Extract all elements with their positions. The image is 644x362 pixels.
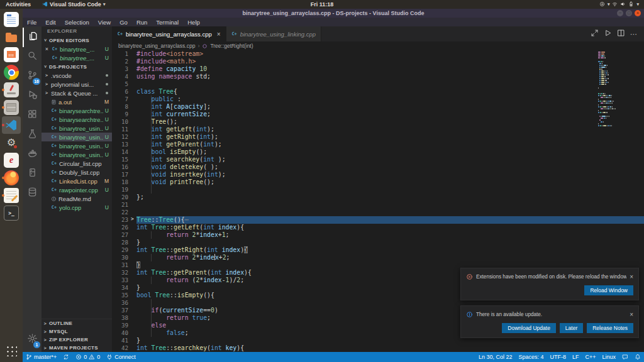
menu-run[interactable]: Run <box>132 19 152 26</box>
dock-item-vscode[interactable] <box>2 116 21 134</box>
code-line[interactable]: 14 bool isEmpty(); <box>112 148 644 156</box>
menu-file[interactable]: File <box>23 19 41 26</box>
menu-go[interactable]: Go <box>115 19 132 26</box>
code-line[interactable]: 8 int A[capacity]; <box>112 103 644 111</box>
file-item[interactable]: C+rawpointer.cppU <box>42 185 112 194</box>
download-update-button[interactable]: Download Update <box>502 323 556 333</box>
folder-item[interactable]: >polynomial usi... <box>42 80 112 89</box>
activity-manage[interactable]: 1 <box>23 330 42 349</box>
run-file-icon[interactable] <box>604 28 612 40</box>
close-icon[interactable]: × <box>630 311 633 318</box>
close-icon[interactable]: × <box>630 273 633 280</box>
code-line[interactable]: 7 public : <box>112 96 644 103</box>
code-line[interactable]: 29int Tree::getRight(int index){ <box>112 246 644 254</box>
more-actions-icon[interactable]: ⋯ <box>630 30 638 38</box>
dock-item-transmission[interactable] <box>2 81 21 99</box>
minimize-button[interactable]: − <box>617 10 623 16</box>
dock-item-firefox[interactable] <box>2 169 21 187</box>
breadcrumb[interactable]: binarytree_using_arrayclass.cpp › Tree::… <box>112 41 644 50</box>
menu-help[interactable]: Help <box>183 19 204 26</box>
open-editor-item[interactable]: ×C+binarytree_...U <box>42 45 112 53</box>
status-feedback[interactable] <box>619 352 631 362</box>
tab-binarytree_using_arrayclass.cpp[interactable]: C+binarytree_using_arrayclass.cpp× <box>112 26 226 41</box>
code-line[interactable]: 1#include<iostream> <box>112 50 644 58</box>
code-line[interactable]: 4using namespace std; <box>112 73 644 80</box>
software-update-icon[interactable] <box>599 1 605 8</box>
code-line[interactable]: 2#include<math.h> <box>112 58 644 65</box>
file-item[interactable]: C+yolo.cppU <box>42 203 112 212</box>
menu-view[interactable]: View <box>94 19 115 26</box>
split-editor-icon[interactable] <box>617 28 625 40</box>
code-line[interactable]: 26int Tree::getLeft(int index){ <box>112 224 644 231</box>
activity-explorer[interactable] <box>23 28 42 47</box>
code-line[interactable]: 12 int getRight(int); <box>112 133 644 141</box>
dock-item-show-applications[interactable] <box>2 342 21 359</box>
system-tray[interactable]: ▾▾ <box>599 0 641 9</box>
code-line[interactable]: 30 return 2*index+2; <box>112 254 644 261</box>
menu-edit[interactable]: Edit <box>41 19 60 26</box>
folder-item[interactable]: >.vscode <box>42 71 112 80</box>
later-button[interactable]: Later <box>560 323 583 333</box>
code-line[interactable]: 11 int getLeft(int); <box>112 126 644 133</box>
activity-testing[interactable] <box>23 125 42 145</box>
code-line[interactable]: 22 <box>112 209 644 216</box>
section-zip-explorer[interactable]: >ZIP EXPLORER <box>42 336 112 344</box>
wifi-icon[interactable] <box>612 1 618 8</box>
code-line[interactable]: 27 return 2*index+1; <box>112 231 644 239</box>
tab-binarytree_using_linking.cpp[interactable]: C+binarytree_using_linking.cpp <box>226 26 321 41</box>
section-open-editors[interactable]: >OPEN EDITORS <box>42 36 112 45</box>
file-item[interactable]: C+binarysearchtre...U <box>42 115 112 124</box>
open-editor-item[interactable]: C+binarytree_...U <box>42 53 112 62</box>
dock-item-text-editor[interactable] <box>2 187 21 204</box>
volume-icon[interactable] <box>620 1 626 8</box>
status-remote-connect[interactable]: Connect <box>103 352 139 362</box>
section-outline[interactable]: >OUTLINE <box>42 319 112 327</box>
dock-item-archive-manager[interactable] <box>2 99 21 116</box>
activity-remote[interactable] <box>23 164 42 184</box>
code-line[interactable]: 28} <box>112 239 644 246</box>
status-indentation[interactable]: Spaces: 4 <box>515 352 547 362</box>
file-item[interactable]: C+binarytree_usin...U <box>42 141 112 150</box>
title-bar[interactable]: binarytree_using_arrayclass.cpp - DS-pro… <box>23 9 644 18</box>
activity-docker[interactable] <box>23 145 42 164</box>
dock-item-terminal[interactable]: >_ <box>2 204 21 222</box>
close-button[interactable]: × <box>635 10 641 16</box>
dock-item-files[interactable] <box>2 28 21 46</box>
activity-database[interactable] <box>23 184 42 203</box>
status-cursor-position[interactable]: Ln 30, Col 22 <box>475 352 516 362</box>
code-line[interactable]: 16 void deletekey( ); <box>112 163 644 171</box>
file-item[interactable]: ReadMe.md <box>42 194 112 203</box>
code-line[interactable]: 20}; <box>112 194 644 201</box>
dock-item-libreoffice-writer[interactable] <box>2 11 21 28</box>
code-line[interactable]: 15 int searchkey(int ); <box>112 156 644 163</box>
code-line[interactable]: 6class Tree{ <box>112 88 644 96</box>
code-line[interactable]: 13 int getParent(int); <box>112 141 644 148</box>
close-icon[interactable]: × <box>44 46 50 52</box>
activities-button[interactable]: Activities <box>0 0 36 9</box>
code-line[interactable]: 42int Tree::searchkey(int key){ <box>112 344 644 352</box>
battery-icon[interactable] <box>628 1 634 8</box>
file-item[interactable]: C+binarytree_usin...U <box>42 133 112 141</box>
dock-item-tweaks[interactable]: ⚙ <box>2 134 21 151</box>
dock-item-chrome[interactable] <box>2 63 21 81</box>
code-line[interactable]: 18 void printTree(); <box>112 178 644 186</box>
section-maven-projects[interactable]: >MAVEN PROJECTS <box>42 344 112 352</box>
code-line[interactable]: 5 <box>112 80 644 88</box>
status-problems[interactable]: 00 <box>72 352 103 362</box>
file-item[interactable]: C+binarytree_usin...U <box>42 124 112 133</box>
breadcrumb-symbol[interactable]: Tree::getRight(int) <box>210 43 253 49</box>
dock-item-evince[interactable]: e <box>2 151 21 169</box>
status-sync[interactable] <box>60 352 72 362</box>
menu-selection[interactable]: Selection <box>60 19 94 26</box>
menu-terminal[interactable]: Terminal <box>152 19 183 26</box>
activity-run-debug[interactable] <box>23 86 42 106</box>
folder-item[interactable]: >Stack & Queue ... <box>42 89 112 97</box>
file-item[interactable]: C+Circular_list.cpp <box>42 159 112 168</box>
status-encoding[interactable]: UTF-8 <box>547 352 569 362</box>
dock-item-libreoffice-impress[interactable] <box>2 46 21 63</box>
code-line[interactable]: 23>Tree::Tree(){⋯ <box>112 216 644 224</box>
activity-source-control[interactable]: 16 <box>23 67 42 86</box>
code-line[interactable]: 3#define capacity 10 <box>112 65 644 73</box>
file-item[interactable]: C+Doubly_list.cpp <box>42 168 112 177</box>
activity-extensions[interactable] <box>23 106 42 125</box>
